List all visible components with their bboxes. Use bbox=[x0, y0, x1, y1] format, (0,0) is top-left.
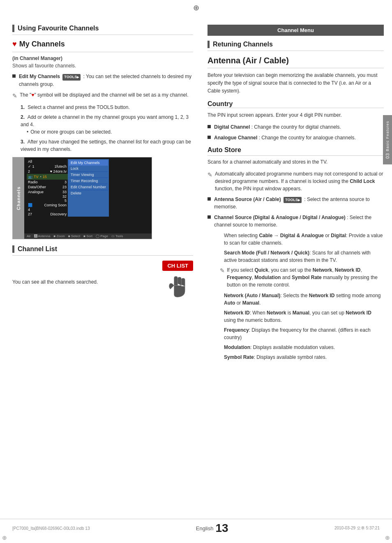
auto-store-desc: Scans for a channel automatically and st… bbox=[208, 158, 384, 166]
antenna-cable-desc: Before your television can begin memoriz… bbox=[208, 72, 384, 95]
page-number-area: English 13 bbox=[196, 522, 228, 535]
digital-channel-text: Digital Channel : Change the country for… bbox=[214, 123, 341, 131]
frequency-text: Frequency: Displays the frequency for th… bbox=[224, 326, 384, 341]
in-channel-manager-text: (in Channel Manager) bbox=[12, 55, 193, 61]
right-column: Channel Menu Retuning Channels Antenna (… bbox=[201, 21, 392, 367]
channel-main-panel: All ✓ 1 1futech 2 ♥ 24ore.tv bbox=[24, 157, 152, 239]
corner-mark-br: ⊕ bbox=[385, 534, 390, 541]
auto-store-note-text: Automatically allocated programme number… bbox=[215, 170, 384, 192]
step-3: 3. After you have changed the settings, … bbox=[21, 138, 193, 153]
analogue-channel-bullet: Analogue Channel : Change the country fo… bbox=[208, 134, 384, 141]
digital-channel-bullet: Digital Channel : Change the country for… bbox=[208, 123, 384, 131]
shows-all-text: Shows all favourite channels. bbox=[12, 63, 193, 69]
country-title: Country bbox=[208, 100, 384, 108]
side-tab-number: 03 bbox=[385, 153, 390, 159]
heart-symbol: ♥ bbox=[31, 92, 34, 98]
my-channels-heading: ♥ My Channels bbox=[12, 40, 193, 49]
bullet-square-channel-source bbox=[208, 215, 211, 219]
search-mode-text: Search Mode (Full / Network / Quick): Sc… bbox=[224, 249, 384, 264]
corner-mark-bl: ⊕ bbox=[2, 534, 7, 541]
header-bar-retuning bbox=[208, 41, 210, 48]
channel-ui-screenshot: Channels All ✓ 1 1fut bbox=[12, 157, 152, 239]
quick-note: ✎ If you select Quick, you can set up th… bbox=[220, 266, 384, 289]
edit-my-channels-menu: Edit My Channels bbox=[69, 160, 108, 166]
step-1: 1. Select a channel and press the TOOLS … bbox=[21, 104, 193, 111]
my-channels-title: My Channels bbox=[19, 40, 65, 49]
antenna-cable-title: Antenna (Air / Cable) bbox=[208, 56, 384, 68]
delete-menu: Delete bbox=[69, 190, 108, 196]
channel-ui-inner: Channels All ✓ 1 1fut bbox=[13, 157, 152, 239]
step-2: 2. Add or delete a channel in the my cha… bbox=[21, 113, 193, 136]
bullet-square-antenna bbox=[208, 197, 211, 201]
lock-menu: Lock bbox=[69, 166, 108, 172]
heart-icon: ♥ bbox=[12, 40, 17, 49]
sub-bullet-groups: One or more groups can be selected. bbox=[27, 128, 193, 136]
edit-my-channels-text: Edit My Channels TOOLS▶ : You can set th… bbox=[19, 73, 193, 88]
channel-source-bullet: Channel Source (Digital & Analogue / Dig… bbox=[208, 214, 384, 229]
timer-recording-menu: Timer Recording bbox=[69, 178, 108, 184]
side-tab-label: Basic Features bbox=[385, 121, 390, 151]
page-number: 13 bbox=[215, 522, 228, 535]
edit-channel-number-menu: Edit Channel Number bbox=[69, 184, 108, 190]
channel-list-section: Channel List You can see all the channel… bbox=[12, 245, 193, 304]
timer-viewing-menu: Timer Viewing bbox=[69, 172, 108, 178]
edit-my-channels-bullet: Edit My Channels TOOLS▶ : You can set th… bbox=[12, 73, 193, 88]
note-pencil-icon: ✎ bbox=[12, 92, 17, 100]
header-bar-icon bbox=[12, 25, 14, 32]
symbol-rate-text: Symbol Rate: Displays available symbol r… bbox=[224, 354, 384, 361]
retuning-channels-header: Retuning Channels bbox=[208, 41, 384, 51]
channels-sidebar-label: Channels bbox=[13, 157, 24, 239]
english-label: English bbox=[196, 525, 214, 531]
numbered-steps: 1. Select a channel and press the TOOLS … bbox=[21, 104, 193, 153]
bullet-square-icon bbox=[12, 74, 16, 78]
modulation-text: Modulation: Displays available modulatio… bbox=[224, 344, 384, 351]
tools-badge-antenna: TOOLS▶ bbox=[284, 197, 302, 203]
auto-store-note: ✎ Automatically allocated programme numb… bbox=[208, 170, 384, 192]
side-tab: 03 Basic Features bbox=[383, 115, 392, 164]
when-selecting-text: When selecting Cable → Digital & Analogu… bbox=[224, 232, 384, 247]
channel-source-text: Channel Source (Digital & Analogue / Dig… bbox=[214, 214, 384, 229]
heart-symbol-note: ✎ The "♥" symbol will be displayed and t… bbox=[12, 91, 193, 100]
left-column: Using Favourite Channels ♥ My Channels (… bbox=[0, 21, 201, 367]
channel-bottom-nav: Air 🅰 Antenna ■ Zoom ■ Select ■ Sort ◯ P… bbox=[24, 233, 152, 239]
channel-list-desc: You can see all the channels searched. bbox=[12, 279, 152, 285]
note-icon-auto-store: ✎ bbox=[208, 171, 212, 179]
my-channels-divider bbox=[12, 52, 193, 52]
antenna-source-text: Antenna Source (Air / Cable) TOOLS▶ : Se… bbox=[214, 196, 384, 211]
heart-symbol-text: The "♥" symbol will be displayed and the… bbox=[20, 91, 189, 99]
bullet-square-digital bbox=[208, 125, 211, 128]
using-favourite-channels-header: Using Favourite Channels bbox=[12, 25, 193, 35]
footer-date-info: 2010-03-29 오후 5:37:21 bbox=[334, 525, 380, 531]
quick-note-text: If you select Quick, you can set up the … bbox=[227, 266, 384, 289]
network-id-text: Network ID: When Network is Manual, you … bbox=[224, 309, 384, 324]
retuning-title: Retuning Channels bbox=[213, 41, 273, 48]
channel-menu-items-panel: Edit My Channels Lock Timer Viewing Time… bbox=[68, 159, 109, 217]
analogue-channel-text: Analogue Channel : Change the country fo… bbox=[214, 134, 356, 141]
channel-menu-header: Channel Menu bbox=[208, 25, 384, 36]
ch-list-button-area: CH LIST bbox=[158, 261, 193, 304]
hand-cursor-icon bbox=[159, 271, 192, 304]
page-container: ⊕ 03 Basic Features Using Favourite Chan… bbox=[0, 0, 392, 543]
footer-file-info: [PC7000_Ita]BN68-02696C-00L03.indb 13 bbox=[12, 526, 90, 531]
page-footer: [PC7000_Ita]BN68-02696C-00L03.indb 13 En… bbox=[0, 519, 392, 535]
bullet-square-analogue bbox=[208, 136, 211, 139]
network-auto-text: Network (Auto / Manual): Selects the Net… bbox=[224, 292, 384, 307]
channel-list-content: You can see all the channels searched. C… bbox=[12, 261, 193, 304]
top-compass-mark: ⊕ bbox=[193, 3, 199, 12]
channel-list-title: Channel List bbox=[18, 245, 57, 253]
ch-list-button[interactable]: CH LIST bbox=[162, 261, 193, 271]
quick-note-icon: ✎ bbox=[220, 266, 225, 275]
section-title-using-favourite: Using Favourite Channels bbox=[18, 25, 99, 32]
auto-store-title: Auto Store bbox=[208, 146, 384, 156]
tools-badge: TOOLS▶ bbox=[62, 74, 81, 81]
country-desc: The PIN input screen appears. Enter your… bbox=[208, 111, 384, 119]
channel-list-header: Channel List bbox=[12, 245, 193, 256]
header-bar-icon-2 bbox=[12, 245, 14, 253]
when-selecting-cable: When selecting Cable → Digital & Analogu… bbox=[216, 232, 384, 361]
antenna-source-bullet: Antenna Source (Air / Cable) TOOLS▶ : Se… bbox=[208, 196, 384, 211]
two-column-layout: Using Favourite Channels ♥ My Channels (… bbox=[0, 8, 392, 367]
channel-top-list: All ✓ 1 1futech 2 ♥ 24ore.tv bbox=[27, 159, 68, 217]
